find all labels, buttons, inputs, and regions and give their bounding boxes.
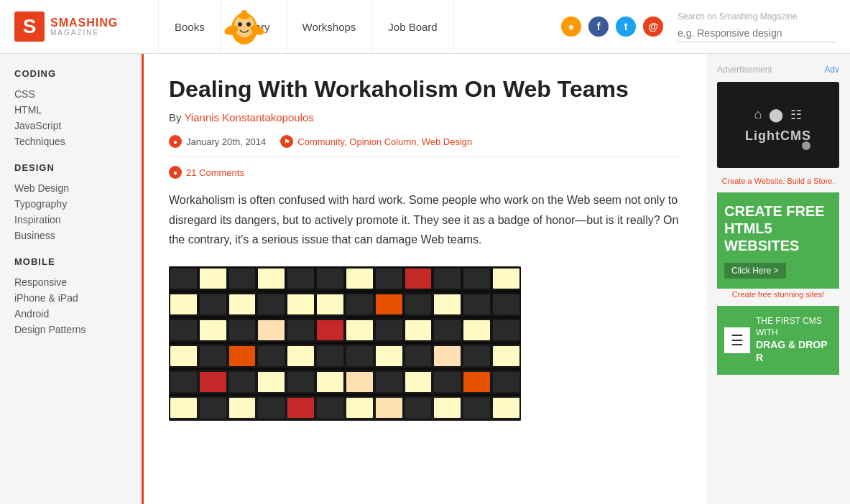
article-image	[169, 266, 521, 421]
article-tags[interactable]: Community, Opinion Column, Web Design	[297, 136, 472, 147]
clock-icon: ●	[169, 135, 182, 148]
sidebar-link-css[interactable]: CSS	[14, 86, 131, 102]
advertisement-label: Advertisement	[717, 65, 772, 75]
cms-name: LightCMS	[745, 129, 811, 144]
cms-icons: ⌂ ⬤ ☷	[754, 107, 803, 123]
nav-books[interactable]: Books	[158, 0, 221, 53]
advertisement-short[interactable]: Adv	[824, 65, 839, 75]
barcode-icon: ☰	[724, 327, 750, 353]
search-input[interactable]	[678, 24, 836, 42]
ad-label: Advertisement Adv	[717, 65, 839, 75]
logo-text: SMASHING MAGAZINE	[50, 17, 118, 37]
email-icon[interactable]: @	[643, 17, 663, 37]
social-icons: ● f t @	[561, 17, 663, 37]
search-label: Search on Smashing Magazine	[678, 11, 836, 22]
sidebar-category-mobile: MOBILE	[14, 256, 131, 267]
left-sidebar: CODING CSS HTML JavaScript Techniques DE…	[0, 54, 144, 504]
nav-library[interactable]: Library	[221, 0, 287, 53]
sidebar-link-javascript[interactable]: JavaScript	[14, 118, 131, 134]
meta-tags: ⚑ Community, Opinion Column, Web Design	[280, 135, 472, 148]
rss-icon[interactable]: ●	[561, 17, 581, 37]
ad1-link[interactable]: Create a Website. Build a Store.	[717, 177, 839, 185]
meta-date: ● January 20th, 2014	[169, 135, 266, 148]
toggle-icon: ⬤	[769, 107, 783, 123]
main-content: Dealing With Workaholism On Web Teams By…	[144, 54, 706, 504]
comment-icon: ●	[169, 166, 182, 179]
article-intro: Workaholism is often confused with hard …	[169, 190, 681, 249]
sidebar-link-responsive[interactable]: Responsive	[14, 274, 131, 290]
nav-jobboard[interactable]: Job Board	[371, 0, 453, 53]
sidebar-link-business[interactable]: Business	[14, 228, 131, 243]
sidebar-link-webdesign[interactable]: Web Design	[14, 180, 131, 196]
article-meta: ● January 20th, 2014 ⚑ Community, Opinio…	[169, 135, 681, 157]
cursor-indicator	[802, 141, 810, 150]
nav-workshops[interactable]: Workshops	[286, 0, 373, 53]
logo-area[interactable]: S SMASHING MAGAZINE	[14, 11, 158, 42]
home-icon: ⌂	[754, 107, 762, 123]
sidebar-link-inspiration[interactable]: Inspiration	[14, 212, 131, 228]
article-author: By Yiannis Konstantakopoulos	[169, 111, 681, 123]
ad-lightcms[interactable]: ⌂ ⬤ ☷ LightCMS	[717, 82, 839, 168]
building-illustration	[169, 266, 521, 421]
sidebar-link-design-patterns[interactable]: Design Patterns	[14, 322, 131, 337]
sidebar-link-techniques[interactable]: Techniques	[14, 134, 131, 149]
ad-html5-websites[interactable]: CREATE FREE HTML5 WEBSITES Click Here >	[717, 192, 839, 289]
brand-sub: MAGAZINE	[50, 29, 118, 37]
twitter-icon[interactable]: t	[616, 17, 636, 37]
brand-name: SMASHING	[50, 17, 118, 29]
ad-drag-drop-cms[interactable]: ☰ THE FIRST CMS WITH DRAG & DROP R	[717, 306, 839, 375]
sidebar-category-design: DESIGN	[14, 162, 131, 173]
ad2-button[interactable]: Click Here >	[724, 263, 786, 279]
author-name[interactable]: Yiannis Konstantakopoulos	[184, 111, 313, 123]
author-prefix: By	[169, 111, 182, 123]
comments-row: ● 21 Comments	[169, 166, 681, 179]
facebook-icon[interactable]: f	[588, 17, 609, 37]
meta-comments: ● 21 Comments	[169, 166, 681, 179]
logo-icon: S	[14, 11, 45, 42]
article-date: January 20th, 2014	[186, 136, 266, 147]
comments-count[interactable]: 21 Comments	[186, 167, 244, 178]
search-input-wrap	[678, 24, 836, 42]
cart-icon: ☷	[790, 107, 802, 123]
right-sidebar: Advertisement Adv ⌂ ⬤ ☷ LightCMS Create …	[706, 54, 850, 504]
sidebar-link-android[interactable]: Android	[14, 306, 131, 322]
search-area: Search on Smashing Magazine	[678, 11, 836, 42]
article-title: Dealing With Workaholism On Web Teams	[169, 75, 681, 103]
ad3-prefix: THE FIRST CMS WITH	[756, 316, 822, 337]
ad3-text: THE FIRST CMS WITH DRAG & DROP R	[756, 316, 832, 365]
sidebar-category-coding: CODING	[14, 68, 131, 79]
layout: CODING CSS HTML JavaScript Techniques DE…	[0, 54, 850, 504]
main-nav: Books Library Workshops Job Board	[158, 0, 547, 53]
sidebar-link-html[interactable]: HTML	[14, 102, 131, 118]
sidebar-link-iphone-ipad[interactable]: iPhone & iPad	[14, 290, 131, 306]
ad3-title: DRAG & DROP R	[756, 338, 832, 364]
ad2-title: CREATE FREE HTML5 WEBSITES	[724, 202, 832, 254]
header: S SMASHING MAGAZINE Books Library Worksh…	[0, 0, 850, 54]
sidebar-link-typography[interactable]: Typography	[14, 196, 131, 212]
ad2-link[interactable]: Create free stunning sites!	[717, 290, 839, 299]
tag-icon: ⚑	[280, 135, 293, 148]
